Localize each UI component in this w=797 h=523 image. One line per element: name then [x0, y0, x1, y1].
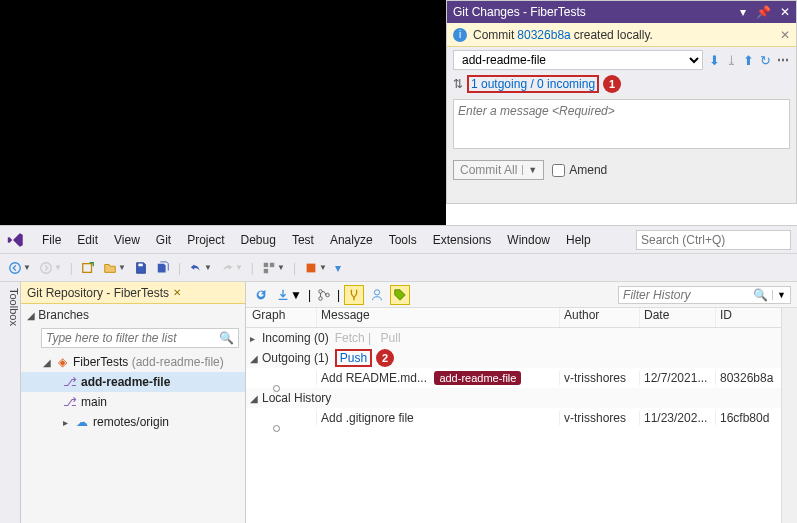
push-link[interactable]: Push [335, 349, 372, 367]
amend-checkbox-label[interactable]: Amend [552, 163, 607, 177]
menu-git[interactable]: Git [148, 233, 179, 247]
app-window: File Edit View Git Project Debug Test An… [0, 225, 797, 523]
separator: | [293, 261, 296, 275]
toolbar-dropdown-icon[interactable]: ▾ [333, 259, 343, 277]
branch-badge: add-readme-file [434, 371, 521, 385]
svg-rect-2 [83, 263, 92, 272]
search-input[interactable] [636, 230, 791, 250]
info-commit-link[interactable]: 80326b8a [517, 28, 570, 42]
branch-select[interactable]: add-readme-file [453, 50, 703, 70]
refresh-icon[interactable] [252, 286, 270, 304]
extensions-icon[interactable]: ▼ [302, 259, 329, 277]
git-icon: ◈ [55, 355, 69, 369]
commit-row-local[interactable]: Add .gitignore file v-trisshores 11/23/2… [246, 408, 781, 428]
pin-icon[interactable]: 📌 [756, 5, 771, 19]
incoming-section[interactable]: ▸ Incoming (0) Fetch | Pull [246, 328, 781, 348]
editor-blank-area [0, 0, 446, 225]
save-icon[interactable] [132, 259, 150, 277]
separator: | [70, 261, 73, 275]
commit-row-outgoing[interactable]: Add README.md... add-readme-file v-triss… [246, 368, 781, 388]
branch-selector-row: add-readme-file ⬇ ⤓ ⬆ ↻ ⋯ [447, 47, 796, 73]
git-changes-titlebar[interactable]: Git Changes - FiberTests ▾ 📌 ✕ [447, 1, 796, 23]
svg-point-10 [326, 293, 330, 297]
nav-back-icon[interactable]: ▼ [6, 259, 33, 277]
svg-point-9 [319, 296, 323, 300]
svg-point-0 [10, 262, 21, 273]
nav-fwd-icon[interactable]: ▼ [37, 259, 64, 277]
commit-all-button[interactable]: Commit All ▼ [453, 160, 544, 180]
branch-graph-icon[interactable] [315, 286, 333, 304]
more-icon[interactable]: ⋯ [777, 53, 790, 67]
commit-dropdown-icon[interactable]: ▼ [522, 165, 537, 175]
standard-toolbar: ▼ ▼ | ▼ | ▼ ▼ | ▼ | ▼ ▾ [0, 254, 797, 282]
menu-edit[interactable]: Edit [69, 233, 106, 247]
separator: | [251, 261, 254, 275]
branch-icon: ⎇ [63, 375, 77, 389]
pull-icon[interactable]: ⤓ [726, 53, 737, 68]
tree-branch-add-readme[interactable]: ⎇ add-readme-file [21, 372, 245, 392]
toolbox-tab[interactable]: Toolbox [0, 282, 21, 523]
branches-header[interactable]: ◢ Branches [21, 304, 245, 326]
amend-checkbox[interactable] [552, 164, 565, 177]
vs-logo-icon [6, 230, 26, 250]
fetch-link[interactable]: Fetch [335, 331, 365, 345]
info-icon: i [453, 28, 467, 42]
window-menu-icon[interactable]: ▾ [740, 5, 746, 19]
history-panel: ▼ | | 🔍 ▼ Graph Message [246, 282, 797, 523]
git-changes-title: Git Changes - FiberTests [453, 5, 734, 19]
menu-view[interactable]: View [106, 233, 148, 247]
menu-tools[interactable]: Tools [381, 233, 425, 247]
menu-bar: File Edit View Git Project Debug Test An… [0, 226, 797, 254]
tree-repo-node[interactable]: ◢ ◈ FiberTests (add-readme-file) [21, 352, 245, 372]
solution-config-icon[interactable]: ▼ [260, 259, 287, 277]
branch-filter-input[interactable] [42, 329, 215, 347]
search-icon[interactable]: 🔍 [215, 331, 238, 345]
separator: | [178, 261, 181, 275]
menu-help[interactable]: Help [558, 233, 599, 247]
redo-icon[interactable]: ▼ [218, 259, 245, 277]
info-close-icon[interactable]: ✕ [780, 28, 790, 42]
save-all-icon[interactable] [154, 259, 172, 277]
local-history-section[interactable]: ◢ Local History [246, 388, 781, 408]
menu-project[interactable]: Project [179, 233, 232, 247]
content-area: Toolbox Git Repository - FiberTests ✕ ◢ … [0, 282, 797, 523]
menu-debug[interactable]: Debug [233, 233, 284, 247]
scrollbar[interactable] [781, 308, 797, 523]
menu-extensions[interactable]: Extensions [425, 233, 500, 247]
menu-test[interactable]: Test [284, 233, 322, 247]
merge-icon[interactable] [344, 285, 364, 305]
history-filter-input[interactable] [619, 287, 749, 303]
fetch-tool-icon[interactable]: ▼ [274, 286, 304, 304]
col-author[interactable]: Author [559, 308, 639, 327]
tab-close-icon[interactable]: ✕ [173, 287, 181, 298]
col-graph[interactable]: Graph [246, 308, 316, 327]
svg-rect-4 [264, 262, 268, 266]
outgoing-section[interactable]: ◢ Outgoing (1) Push 2 [246, 348, 781, 368]
commit-message-input[interactable] [453, 99, 790, 149]
branch-filter: 🔍 [41, 328, 239, 348]
col-id[interactable]: ID [715, 308, 781, 327]
search-icon[interactable]: 🔍 [749, 288, 772, 302]
push-icon[interactable]: ⬆ [743, 53, 754, 68]
filter-author-icon[interactable] [368, 286, 386, 304]
col-date[interactable]: Date [639, 308, 715, 327]
tree-remotes[interactable]: ▸ ☁ remotes/origin [21, 412, 245, 432]
tree-branch-main[interactable]: ⎇ main [21, 392, 245, 412]
tag-filter-icon[interactable] [390, 285, 410, 305]
branch-tree: ◢ ◈ FiberTests (add-readme-file) ⎇ add-r… [21, 352, 245, 432]
outgoing-incoming-link[interactable]: 1 outgoing / 0 incoming [467, 75, 599, 93]
pull-link[interactable]: Pull [381, 331, 401, 345]
open-icon[interactable]: ▼ [101, 259, 128, 277]
undo-icon[interactable]: ▼ [187, 259, 214, 277]
sync-icon[interactable]: ↻ [760, 53, 771, 68]
new-project-icon[interactable] [79, 259, 97, 277]
git-repo-tab[interactable]: Git Repository - FiberTests ✕ [21, 282, 245, 304]
close-icon[interactable]: ✕ [780, 5, 790, 19]
git-repo-panel: Git Repository - FiberTests ✕ ◢ Branches… [21, 282, 246, 523]
menu-window[interactable]: Window [499, 233, 558, 247]
menu-analyze[interactable]: Analyze [322, 233, 381, 247]
menu-file[interactable]: File [34, 233, 69, 247]
col-message[interactable]: Message [316, 308, 559, 327]
filter-dropdown-icon[interactable]: ▼ [772, 290, 790, 300]
fetch-icon[interactable]: ⬇ [709, 53, 720, 68]
